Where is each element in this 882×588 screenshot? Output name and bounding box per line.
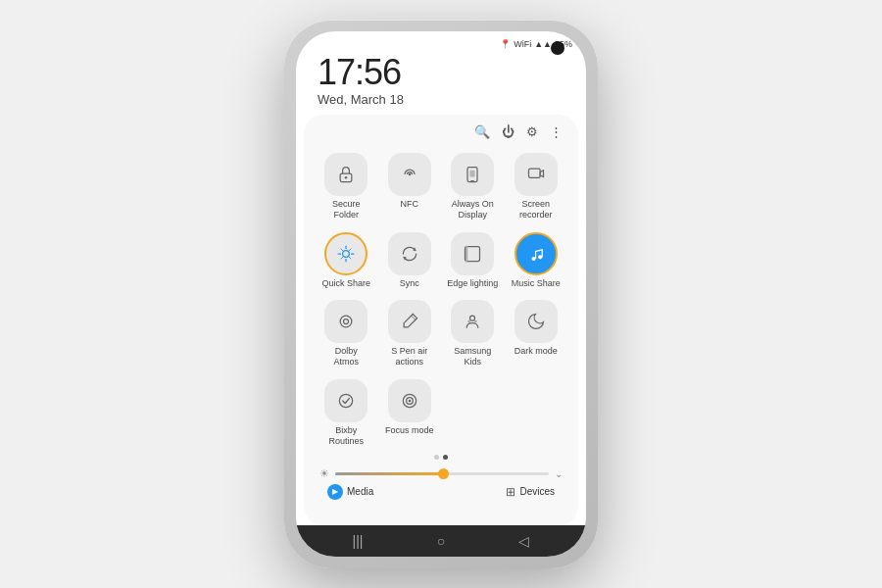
- media-devices-row: ▶ Media ⊞ Devices: [319, 480, 563, 504]
- tile-edge-lighting-icon: [451, 232, 494, 275]
- tile-quick-share-label: Quick Share: [321, 278, 370, 289]
- tile-quick-share-icon: [324, 232, 368, 275]
- tile-focus-mode-label: Focus mode: [385, 425, 434, 436]
- brightness-fill: [335, 472, 442, 475]
- svg-point-15: [340, 394, 353, 407]
- tile-bixby[interactable]: BixbyRoutines: [316, 375, 377, 451]
- brightness-track[interactable]: [335, 472, 549, 475]
- quick-settings-panel: 🔍 ⏻ ⚙ ⋮ SecureFolder: [304, 115, 578, 525]
- tile-focus-mode-icon: [388, 379, 431, 422]
- devices-button[interactable]: ⊞ Devices: [506, 485, 555, 499]
- media-button[interactable]: ▶ Media: [327, 484, 373, 500]
- tile-dolby[interactable]: DolbyAtmos: [316, 296, 377, 371]
- location-icon: 📍: [500, 39, 511, 49]
- svg-rect-5: [470, 171, 475, 177]
- svg-point-18: [409, 400, 412, 403]
- brightness-chevron[interactable]: ⌄: [555, 468, 563, 479]
- brightness-low-icon: ☀: [319, 467, 329, 480]
- tile-always-on[interactable]: Always OnDisplay: [442, 149, 504, 224]
- tile-quick-share[interactable]: Quick Share: [316, 228, 377, 293]
- qs-toolbar: 🔍 ⏻ ⚙ ⋮: [316, 124, 566, 139]
- tile-focus-mode[interactable]: Focus mode: [379, 375, 441, 451]
- svg-point-2: [409, 173, 412, 176]
- tile-edge-lighting-label: Edge lighting: [447, 278, 498, 289]
- time-display: 17:56 Wed, March 18: [296, 51, 586, 115]
- svg-point-10: [340, 317, 352, 328]
- nav-bar: ||| ○ ◁: [296, 525, 586, 557]
- devices-icon: ⊞: [506, 485, 515, 499]
- tile-always-on-icon: [451, 153, 494, 196]
- svg-point-14: [474, 320, 477, 323]
- tile-samsung-kids[interactable]: SamsungKids: [442, 296, 504, 371]
- page-dots: [316, 455, 566, 460]
- dot-2: [443, 455, 448, 460]
- svg-point-7: [343, 250, 350, 257]
- clock-date: Wed, March 18: [318, 92, 564, 107]
- tile-dolby-icon: [324, 300, 368, 343]
- tile-secure-folder[interactable]: SecureFolder: [316, 149, 377, 224]
- tile-samsung-kids-icon: [451, 300, 494, 343]
- tile-screen-recorder[interactable]: Screenrecorder: [506, 149, 567, 224]
- svg-point-13: [468, 320, 471, 323]
- tile-music-share-label: Music Share: [512, 278, 561, 289]
- brightness-row: ☀ ⌄: [319, 467, 563, 480]
- status-bar: 📍 WiFi ▲▲ 25%: [296, 31, 586, 51]
- devices-label: Devices: [519, 486, 555, 497]
- more-icon[interactable]: ⋮: [550, 124, 563, 139]
- tile-always-on-label: Always OnDisplay: [452, 199, 494, 220]
- tile-nfc-icon: [388, 153, 431, 196]
- tile-dark-mode-label: Dark mode: [514, 346, 558, 357]
- svg-point-8: [531, 257, 535, 261]
- phone-frame: 📍 WiFi ▲▲ 25% 17:56 Wed, March 18 🔍 ⏻ ⚙ …: [284, 20, 598, 568]
- tile-sync[interactable]: Sync: [379, 228, 441, 293]
- tile-nfc[interactable]: NFC: [379, 149, 441, 224]
- nav-back-icon[interactable]: ◁: [518, 533, 529, 549]
- tile-dark-mode[interactable]: Dark mode: [506, 296, 567, 371]
- media-play-icon: ▶: [327, 484, 343, 500]
- tile-screen-recorder-icon: [514, 153, 558, 196]
- tile-sync-icon: [388, 232, 431, 275]
- qs-grid: SecureFolder NFC: [316, 149, 566, 451]
- signal-icon: ▲▲: [534, 39, 552, 49]
- wifi-icon: WiFi: [514, 39, 531, 49]
- tile-bixby-icon: [324, 379, 368, 422]
- camera-hole: [551, 41, 564, 55]
- nav-recents-icon[interactable]: |||: [353, 533, 364, 549]
- tile-dark-mode-icon: [514, 300, 558, 343]
- svg-point-1: [345, 176, 348, 179]
- tile-screen-recorder-label: Screenrecorder: [519, 199, 553, 220]
- brightness-thumb: [438, 468, 449, 479]
- svg-point-12: [470, 317, 475, 321]
- tile-samsung-kids-label: SamsungKids: [454, 346, 491, 368]
- settings-icon[interactable]: ⚙: [526, 124, 538, 139]
- tile-spen-label: S Pen airactions: [391, 346, 427, 368]
- tile-spen-icon: [388, 300, 431, 343]
- tile-music-share[interactable]: Music Share: [506, 228, 567, 293]
- tile-music-share-icon: [514, 232, 558, 275]
- tile-spen[interactable]: S Pen airactions: [379, 296, 441, 371]
- tile-sync-label: Sync: [400, 278, 419, 289]
- tile-bixby-label: BixbyRoutines: [328, 425, 364, 447]
- nav-home-icon[interactable]: ○: [437, 533, 445, 549]
- svg-rect-6: [528, 169, 540, 177]
- clock-time: 17:56: [318, 55, 564, 90]
- search-icon[interactable]: 🔍: [474, 124, 490, 139]
- tile-edge-lighting[interactable]: Edge lighting: [442, 228, 504, 293]
- media-label: Media: [347, 486, 373, 497]
- phone-screen: 📍 WiFi ▲▲ 25% 17:56 Wed, March 18 🔍 ⏻ ⚙ …: [296, 31, 586, 557]
- dot-1: [434, 455, 439, 460]
- tile-nfc-label: NFC: [401, 199, 419, 210]
- svg-point-11: [344, 319, 349, 324]
- tile-secure-folder-icon: [324, 153, 368, 196]
- tile-secure-folder-label: SecureFolder: [332, 199, 361, 220]
- power-icon[interactable]: ⏻: [502, 124, 514, 139]
- tile-dolby-label: DolbyAtmos: [333, 346, 359, 368]
